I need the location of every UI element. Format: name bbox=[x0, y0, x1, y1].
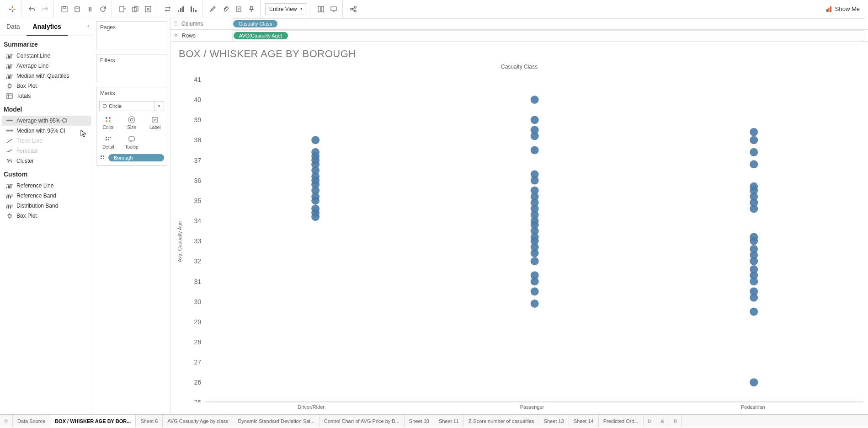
analytics-item[interactable]: Median with Quartiles bbox=[2, 71, 91, 81]
tab-analytics[interactable]: Analytics bbox=[27, 18, 68, 36]
marks-detail[interactable]: Detail bbox=[96, 133, 120, 152]
svg-point-6 bbox=[75, 6, 80, 8]
analytics-item-icon bbox=[6, 203, 13, 209]
sheet-tab[interactable]: AVG Casualty Age by class bbox=[163, 415, 233, 427]
mark-type-select[interactable]: Circle ▼ bbox=[99, 101, 164, 111]
analytics-item[interactable]: Box Plot bbox=[2, 211, 91, 221]
sheet-tab[interactable]: Control Chart of AVG Price by B... bbox=[320, 415, 405, 427]
sheet-tab[interactable]: Predicted Ord... bbox=[599, 415, 644, 427]
pages-shelf[interactable]: Pages bbox=[96, 21, 167, 50]
tab-data[interactable]: Data bbox=[0, 18, 27, 36]
x-category-label: Pedestrian bbox=[643, 404, 863, 410]
sheet-tab[interactable]: Sheet 11 bbox=[434, 415, 464, 427]
svg-point-65 bbox=[109, 117, 111, 119]
new-dashboard-icon[interactable] bbox=[656, 415, 669, 427]
data-source-tab-icon[interactable] bbox=[0, 415, 13, 427]
marks-color[interactable]: Color bbox=[96, 113, 120, 133]
run-update-icon[interactable] bbox=[97, 3, 109, 15]
viz-title[interactable]: BOX / WHISKER AGE BY BOROUGH bbox=[170, 42, 868, 62]
svg-point-132 bbox=[531, 146, 539, 154]
collapse-sidebar-icon[interactable]: ‹ bbox=[84, 18, 93, 36]
rows-shelf[interactable]: ≡ Rows AVG(Casualty Age) bbox=[170, 30, 868, 41]
svg-rect-79 bbox=[101, 158, 102, 159]
scatter-plot[interactable]: 2526272829303132333435363738394041 bbox=[182, 74, 863, 402]
analytics-item[interactable]: Reference Band bbox=[2, 191, 91, 201]
sheet-tab[interactable]: Sheet 10 bbox=[405, 415, 434, 427]
sheet-tab[interactable]: Sheet 6 bbox=[136, 415, 163, 427]
clear-sheet-icon[interactable] bbox=[142, 3, 154, 15]
detail-pill-borough[interactable]: Borough bbox=[108, 154, 164, 161]
fit-mode-select[interactable]: Entire View ▼ bbox=[265, 3, 307, 15]
svg-rect-39 bbox=[9, 76, 10, 79]
svg-rect-20 bbox=[318, 6, 320, 12]
columns-shelf[interactable]: ⦙⦙⦙ Columns Casualty Class bbox=[170, 18, 868, 30]
svg-point-135 bbox=[531, 116, 539, 124]
svg-text:41: 41 bbox=[194, 76, 201, 83]
svg-rect-58 bbox=[6, 204, 13, 207]
save-icon[interactable] bbox=[59, 3, 70, 15]
analytics-item-icon bbox=[6, 148, 13, 154]
redo-icon[interactable] bbox=[39, 3, 51, 15]
presentation-mode-icon[interactable] bbox=[328, 3, 340, 15]
marks-label[interactable]: Label bbox=[144, 113, 167, 133]
svg-point-148 bbox=[750, 233, 758, 241]
svg-rect-38 bbox=[8, 75, 9, 79]
swap-icon[interactable] bbox=[162, 3, 174, 15]
share-icon[interactable] bbox=[347, 3, 359, 15]
svg-point-64 bbox=[106, 117, 107, 119]
analytics-item[interactable]: Box Plot bbox=[2, 81, 91, 91]
show-cards-icon[interactable] bbox=[315, 3, 327, 15]
duplicate-icon[interactable] bbox=[129, 3, 141, 15]
sheet-tab[interactable]: Sheet 13 bbox=[539, 415, 569, 427]
sheet-tab[interactable]: Z-Score number of casualties bbox=[464, 415, 539, 427]
sort-desc-icon[interactable] bbox=[187, 3, 199, 15]
new-data-source-icon[interactable] bbox=[71, 3, 83, 15]
new-sheet-icon[interactable] bbox=[644, 415, 656, 427]
svg-rect-29 bbox=[6, 57, 7, 59]
svg-text:30: 30 bbox=[194, 298, 201, 305]
marks-size[interactable]: Size bbox=[120, 113, 143, 133]
pause-auto-updates-icon[interactable] bbox=[84, 3, 96, 15]
svg-rect-61 bbox=[10, 206, 11, 209]
svg-rect-7 bbox=[89, 7, 90, 11]
analytics-item[interactable]: Totals bbox=[2, 91, 91, 101]
highlight-icon[interactable] bbox=[207, 3, 219, 15]
new-story-icon[interactable] bbox=[669, 415, 682, 427]
svg-text:26: 26 bbox=[194, 379, 201, 386]
sheet-tab[interactable]: Dynamic Standard Deviation Sal... bbox=[233, 415, 320, 427]
svg-rect-37 bbox=[6, 77, 7, 79]
undo-icon[interactable] bbox=[26, 3, 38, 15]
analytics-item-label: Totals bbox=[16, 93, 31, 99]
columns-pill[interactable]: Casualty Class bbox=[233, 20, 277, 27]
svg-point-156 bbox=[750, 136, 758, 144]
sort-asc-icon[interactable] bbox=[175, 3, 186, 15]
attachment-icon[interactable] bbox=[220, 3, 232, 15]
filters-shelf[interactable]: Filters bbox=[96, 54, 167, 83]
analytics-item[interactable]: Distribution Band bbox=[2, 201, 91, 211]
svg-rect-31 bbox=[9, 56, 10, 59]
sheet-tab[interactable]: Data Source bbox=[13, 415, 50, 427]
x-category-label: Driver/Rider bbox=[201, 404, 421, 410]
analytics-item: Trend Line bbox=[2, 136, 91, 146]
rows-pill[interactable]: AVG(Casualty Age) bbox=[234, 32, 288, 39]
marks-tooltip[interactable]: Tooltip bbox=[120, 133, 143, 152]
analytics-item-icon bbox=[6, 83, 13, 89]
analytics-item[interactable]: Constant Line bbox=[2, 51, 91, 61]
analytics-item[interactable]: Cluster bbox=[2, 156, 91, 166]
analytics-item[interactable]: Median with 95% CI bbox=[2, 126, 91, 136]
top-toolbar: Entire View ▼ Show Me bbox=[0, 0, 868, 18]
svg-text:33: 33 bbox=[194, 237, 201, 245]
tableau-logo-icon[interactable] bbox=[6, 3, 18, 15]
show-labels-icon[interactable] bbox=[233, 3, 245, 15]
sheet-tab[interactable]: BOX / WHISKER AGE BY BOR... bbox=[50, 415, 136, 427]
show-me-button[interactable]: Show Me bbox=[821, 5, 864, 12]
sheet-tab[interactable]: Sheet 14 bbox=[569, 415, 599, 427]
analytics-item[interactable]: Average Line bbox=[2, 61, 91, 71]
svg-rect-60 bbox=[8, 205, 9, 209]
svg-rect-71 bbox=[106, 137, 107, 138]
analytics-item[interactable]: Average with 95% CI bbox=[2, 116, 91, 126]
pin-icon[interactable] bbox=[245, 3, 257, 15]
analytics-item-icon bbox=[6, 183, 13, 188]
new-worksheet-icon[interactable] bbox=[117, 3, 128, 15]
analytics-item[interactable]: Reference Line bbox=[2, 181, 91, 191]
